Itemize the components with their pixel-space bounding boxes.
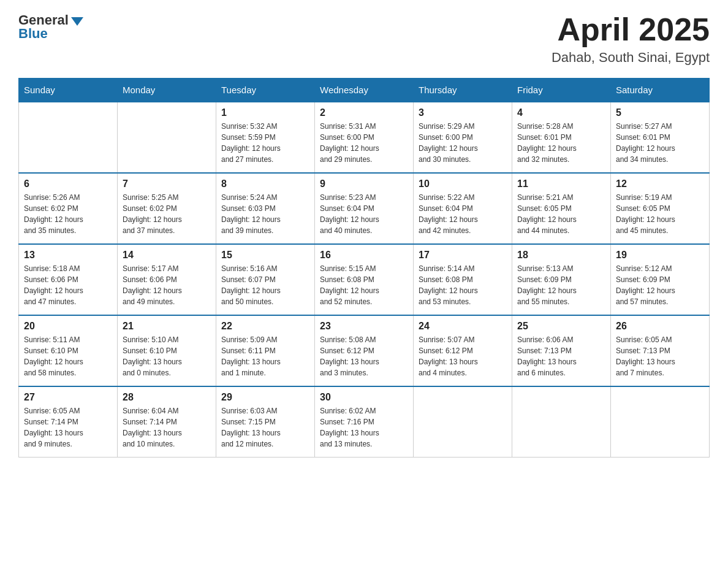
day-info: Sunrise: 5:25 AM Sunset: 6:02 PM Dayligh… — [123, 192, 211, 236]
day-number: 26 — [616, 321, 704, 332]
day-number: 18 — [517, 250, 605, 261]
calendar-cell: 8Sunrise: 5:24 AM Sunset: 6:03 PM Daylig… — [216, 173, 315, 244]
day-info: Sunrise: 5:29 AM Sunset: 6:00 PM Dayligh… — [419, 121, 507, 165]
day-number: 28 — [123, 392, 211, 403]
calendar-cell: 23Sunrise: 5:08 AM Sunset: 6:12 PM Dayli… — [315, 315, 414, 386]
day-number: 9 — [320, 178, 408, 190]
calendar-cell: 18Sunrise: 5:13 AM Sunset: 6:09 PM Dayli… — [512, 244, 611, 315]
calendar-cell: 21Sunrise: 5:10 AM Sunset: 6:10 PM Dayli… — [118, 315, 216, 386]
calendar-cell: 13Sunrise: 5:18 AM Sunset: 6:06 PM Dayli… — [19, 244, 118, 315]
day-info: Sunrise: 6:05 AM Sunset: 7:13 PM Dayligh… — [616, 334, 704, 378]
day-info: Sunrise: 5:13 AM Sunset: 6:09 PM Dayligh… — [517, 263, 605, 307]
day-info: Sunrise: 5:21 AM Sunset: 6:05 PM Dayligh… — [517, 192, 605, 236]
day-info: Sunrise: 5:10 AM Sunset: 6:10 PM Dayligh… — [123, 334, 211, 378]
month-title: April 2025 — [552, 12, 710, 47]
calendar-cell: 25Sunrise: 6:06 AM Sunset: 7:13 PM Dayli… — [512, 315, 611, 386]
day-number: 11 — [517, 178, 605, 190]
day-info: Sunrise: 5:28 AM Sunset: 6:01 PM Dayligh… — [517, 121, 605, 165]
week-row-5: 27Sunrise: 6:05 AM Sunset: 7:14 PM Dayli… — [19, 386, 710, 458]
day-number: 12 — [616, 178, 704, 190]
day-number: 10 — [419, 178, 507, 190]
day-info: Sunrise: 5:14 AM Sunset: 6:08 PM Dayligh… — [419, 263, 507, 307]
day-info: Sunrise: 5:12 AM Sunset: 6:09 PM Dayligh… — [616, 263, 704, 307]
day-number: 19 — [616, 250, 704, 261]
day-header-saturday: Saturday — [611, 79, 710, 102]
calendar-cell — [118, 102, 216, 173]
calendar-cell: 29Sunrise: 6:03 AM Sunset: 7:15 PM Dayli… — [216, 386, 315, 458]
calendar-cell: 7Sunrise: 5:25 AM Sunset: 6:02 PM Daylig… — [118, 173, 216, 244]
days-header-row: SundayMondayTuesdayWednesdayThursdayFrid… — [19, 79, 710, 102]
calendar-cell — [512, 386, 611, 458]
day-info: Sunrise: 5:18 AM Sunset: 6:06 PM Dayligh… — [24, 263, 112, 307]
day-number: 16 — [320, 250, 408, 261]
day-info: Sunrise: 5:24 AM Sunset: 6:03 PM Dayligh… — [221, 192, 309, 236]
calendar-cell: 14Sunrise: 5:17 AM Sunset: 6:06 PM Dayli… — [118, 244, 216, 315]
day-number: 30 — [320, 392, 408, 403]
day-info: Sunrise: 6:03 AM Sunset: 7:15 PM Dayligh… — [221, 405, 309, 450]
calendar-cell: 1Sunrise: 5:32 AM Sunset: 5:59 PM Daylig… — [216, 102, 315, 173]
calendar-cell: 17Sunrise: 5:14 AM Sunset: 6:08 PM Dayli… — [414, 244, 512, 315]
day-number: 29 — [221, 392, 309, 403]
day-info: Sunrise: 5:22 AM Sunset: 6:04 PM Dayligh… — [419, 192, 507, 236]
calendar-cell: 16Sunrise: 5:15 AM Sunset: 6:08 PM Dayli… — [315, 244, 414, 315]
calendar-cell: 20Sunrise: 5:11 AM Sunset: 6:10 PM Dayli… — [19, 315, 118, 386]
day-number: 17 — [419, 250, 507, 261]
week-row-2: 6Sunrise: 5:26 AM Sunset: 6:02 PM Daylig… — [19, 173, 710, 244]
calendar-cell — [19, 102, 118, 173]
day-number: 20 — [24, 321, 112, 332]
calendar-cell: 11Sunrise: 5:21 AM Sunset: 6:05 PM Dayli… — [512, 173, 611, 244]
week-row-4: 20Sunrise: 5:11 AM Sunset: 6:10 PM Dayli… — [19, 315, 710, 386]
calendar-cell — [611, 386, 710, 458]
calendar-cell: 30Sunrise: 6:02 AM Sunset: 7:16 PM Dayli… — [315, 386, 414, 458]
day-header-tuesday: Tuesday — [216, 79, 315, 102]
day-info: Sunrise: 5:15 AM Sunset: 6:08 PM Dayligh… — [320, 263, 408, 307]
day-info: Sunrise: 5:09 AM Sunset: 6:11 PM Dayligh… — [221, 334, 309, 378]
day-number: 6 — [24, 178, 112, 190]
logo-arrow-icon — [71, 17, 83, 26]
calendar-cell: 3Sunrise: 5:29 AM Sunset: 6:00 PM Daylig… — [414, 102, 512, 173]
day-info: Sunrise: 6:02 AM Sunset: 7:16 PM Dayligh… — [320, 405, 408, 450]
calendar-cell — [414, 386, 512, 458]
day-info: Sunrise: 5:27 AM Sunset: 6:01 PM Dayligh… — [616, 121, 704, 165]
day-header-wednesday: Wednesday — [315, 79, 414, 102]
day-header-thursday: Thursday — [414, 79, 512, 102]
calendar-cell: 22Sunrise: 5:09 AM Sunset: 6:11 PM Dayli… — [216, 315, 315, 386]
calendar-cell: 10Sunrise: 5:22 AM Sunset: 6:04 PM Dayli… — [414, 173, 512, 244]
day-header-monday: Monday — [118, 79, 216, 102]
page-header: General Blue April 2025 Dahab, South Sin… — [18, 12, 710, 66]
day-number: 22 — [221, 321, 309, 332]
day-info: Sunrise: 5:16 AM Sunset: 6:07 PM Dayligh… — [221, 263, 309, 307]
calendar-cell: 28Sunrise: 6:04 AM Sunset: 7:14 PM Dayli… — [118, 386, 216, 458]
day-number: 7 — [123, 178, 211, 190]
day-info: Sunrise: 5:23 AM Sunset: 6:04 PM Dayligh… — [320, 192, 408, 236]
day-number: 15 — [221, 250, 309, 261]
day-info: Sunrise: 5:07 AM Sunset: 6:12 PM Dayligh… — [419, 334, 507, 378]
calendar-cell: 26Sunrise: 6:05 AM Sunset: 7:13 PM Dayli… — [611, 315, 710, 386]
day-number: 24 — [419, 321, 507, 332]
day-info: Sunrise: 5:26 AM Sunset: 6:02 PM Dayligh… — [24, 192, 112, 236]
day-number: 25 — [517, 321, 605, 332]
calendar-cell: 4Sunrise: 5:28 AM Sunset: 6:01 PM Daylig… — [512, 102, 611, 173]
day-info: Sunrise: 6:04 AM Sunset: 7:14 PM Dayligh… — [123, 405, 211, 450]
calendar-table: SundayMondayTuesdayWednesdayThursdayFrid… — [18, 78, 710, 458]
day-number: 5 — [616, 107, 704, 118]
calendar-cell: 15Sunrise: 5:16 AM Sunset: 6:07 PM Dayli… — [216, 244, 315, 315]
calendar-cell: 24Sunrise: 5:07 AM Sunset: 6:12 PM Dayli… — [414, 315, 512, 386]
day-info: Sunrise: 5:32 AM Sunset: 5:59 PM Dayligh… — [221, 121, 309, 165]
calendar-cell: 27Sunrise: 6:05 AM Sunset: 7:14 PM Dayli… — [19, 386, 118, 458]
day-number: 1 — [221, 107, 309, 118]
day-number: 27 — [24, 392, 112, 403]
week-row-1: 1Sunrise: 5:32 AM Sunset: 5:59 PM Daylig… — [19, 102, 710, 173]
day-number: 3 — [419, 107, 507, 118]
week-row-3: 13Sunrise: 5:18 AM Sunset: 6:06 PM Dayli… — [19, 244, 710, 315]
day-info: Sunrise: 5:31 AM Sunset: 6:00 PM Dayligh… — [320, 121, 408, 165]
day-number: 4 — [517, 107, 605, 118]
calendar-cell: 2Sunrise: 5:31 AM Sunset: 6:00 PM Daylig… — [315, 102, 414, 173]
day-number: 21 — [123, 321, 211, 332]
day-header-sunday: Sunday — [19, 79, 118, 102]
calendar-cell: 6Sunrise: 5:26 AM Sunset: 6:02 PM Daylig… — [19, 173, 118, 244]
day-info: Sunrise: 5:11 AM Sunset: 6:10 PM Dayligh… — [24, 334, 112, 378]
logo: General Blue — [18, 12, 83, 42]
day-info: Sunrise: 6:05 AM Sunset: 7:14 PM Dayligh… — [24, 405, 112, 450]
title-section: April 2025 Dahab, South Sinai, Egypt — [552, 12, 710, 66]
